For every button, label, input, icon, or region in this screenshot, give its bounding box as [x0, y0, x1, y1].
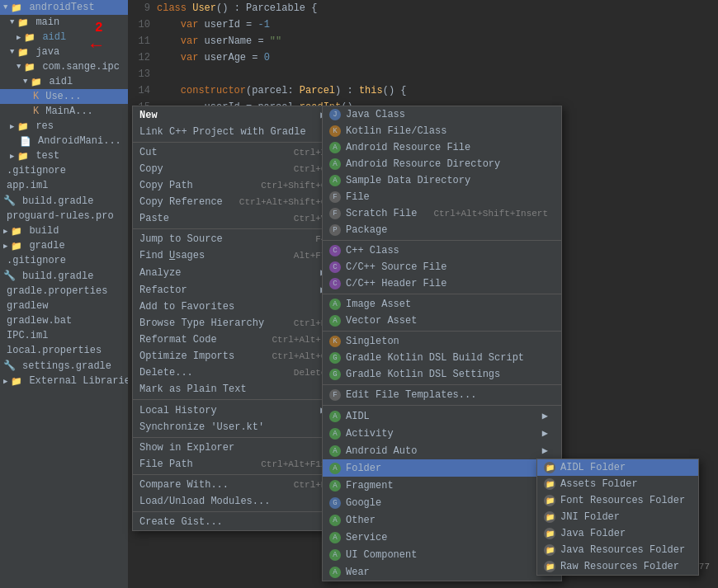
new-cpp-header[interactable]: C C/C++ Header File — [323, 275, 561, 292]
sidebar-item-androidtest[interactable]: ▼ 📁 androidTest — [0, 0, 128, 15]
new-android-auto-label: Android Auto — [346, 445, 534, 457]
new-other[interactable]: A Other ▶ — [323, 511, 561, 529]
ctx-file-path[interactable]: File Path Ctrl+Alt+F12 — [133, 456, 339, 473]
folder-assets[interactable]: 📁 Assets Folder — [537, 476, 698, 492]
new-image-asset[interactable]: A Image Asset — [323, 296, 561, 313]
gradle-icon: 🔧 — [3, 195, 16, 207]
new-google[interactable]: G Google ▶ — [323, 494, 561, 511]
java-icon: J — [329, 109, 341, 120]
new-scratch-file[interactable]: F Scratch File Ctrl+Alt+Shift+Insert — [323, 205, 561, 222]
sidebar-item-build-gradle-2[interactable]: 🔧 build.gradle — [0, 268, 128, 284]
sidebar-item-gradle-dir[interactable]: ▶ 📁 gradle — [0, 238, 128, 253]
ctx-link-cpp[interactable]: Link C++ Project with Gradle — [133, 124, 339, 140]
sidebar-item-com-sange[interactable]: ▼ 📁 com.sange.ipc — [0, 59, 128, 74]
folder-icon: 📁 — [544, 462, 555, 473]
sidebar-item-test[interactable]: ▶ 📁 test — [0, 148, 128, 163]
sidebar-item-build-gradle-1[interactable]: 🔧 build.gradle — [0, 193, 128, 209]
new-kotlin-file-label: Kotlin File/Class — [346, 125, 548, 137]
sidebar-item-aidl-1[interactable]: ▶ 📁 aidl — [0, 30, 128, 45]
sidebar-item-gradlew[interactable]: gradlew — [0, 299, 128, 313]
new-service[interactable]: A Service ▶ — [323, 529, 561, 546]
sidebar-item-local-props[interactable]: local.properties — [0, 343, 128, 358]
sidebar-item-res[interactable]: ▶ 📁 res — [0, 119, 128, 134]
new-android-resource-dir[interactable]: A Android Resource Directory — [323, 156, 561, 172]
sidebar-item-androidmanifest[interactable]: 📄 AndroidMani... — [0, 134, 128, 148]
sidebar-item-label: gradle — [29, 240, 64, 252]
folder-jni[interactable]: 📁 JNI Folder — [537, 509, 698, 525]
new-wear[interactable]: A Wear ▶ — [323, 563, 561, 581]
ctx-analyze[interactable]: Analyze ▶ — [133, 264, 339, 281]
folder-java[interactable]: 📁 Java Folder — [537, 525, 698, 542]
sidebar-item-app-iml[interactable]: app.iml — [0, 178, 128, 193]
ctx-refactor[interactable]: Refactor ▶ — [133, 281, 339, 299]
sidebar-item-gradlew-bat[interactable]: gradlew.bat — [0, 313, 128, 328]
sidebar-item-proguard[interactable]: proguard-rules.pro — [0, 209, 128, 223]
ctx-create-gist[interactable]: Create Gist... — [133, 514, 339, 530]
ctx-compare[interactable]: Compare With... Ctrl+D — [133, 477, 339, 493]
ctx-copy-ref[interactable]: Copy Reference Ctrl+Alt+Shift+C — [133, 194, 339, 210]
sidebar-item-aidl-2[interactable]: ▼ 📁 aidl — [0, 74, 128, 89]
new-folder[interactable]: A Folder ▶ — [323, 459, 561, 477]
sidebar-item-ipc-iml[interactable]: IPC.iml — [0, 328, 128, 343]
sidebar-item-gitignore-1[interactable]: .gitignore — [0, 163, 128, 178]
new-cpp-source[interactable]: C C/C++ Source File — [323, 259, 561, 275]
android-icon: A — [329, 158, 341, 170]
new-edit-file-templates[interactable]: F Edit File Templates... — [323, 387, 561, 403]
folder-java-resources[interactable]: 📁 Java Resources Folder — [537, 542, 698, 558]
sidebar-item-external-libs[interactable]: ▶ 📁 External Libraries — [0, 374, 128, 388]
folder-raw-resources[interactable]: 📁 Raw Resources Folder — [537, 558, 698, 575]
ctx-jump-source[interactable]: Jump to Source F4 — [133, 231, 339, 247]
new-activity[interactable]: A Activity ▶ — [323, 425, 561, 442]
new-kotlin-file[interactable]: K Kotlin File/Class — [323, 123, 561, 139]
new-java-class[interactable]: J Java Class — [323, 106, 561, 123]
kotlin-icon: K — [329, 336, 341, 347]
sidebar-item-main-activity[interactable]: K MainA... — [0, 104, 128, 119]
sidebar-item-label: aidl — [42, 31, 66, 43]
new-android-auto[interactable]: A Android Auto ▶ — [323, 442, 561, 459]
ctx-paste[interactable]: Paste Ctrl+V — [133, 210, 339, 227]
ctx-load-unload[interactable]: Load/Unload Modules... — [133, 493, 339, 510]
new-gradle-kotlin-dsl-settings[interactable]: G Gradle Kotlin DSL Settings — [323, 366, 561, 383]
ctx-show-explorer[interactable]: Show in Explorer — [133, 440, 339, 456]
ctx-reformat[interactable]: Reformat Code Ctrl+Alt+L — [133, 332, 339, 348]
sidebar-item-user-kt[interactable]: K Use... — [0, 89, 128, 104]
ctx-add-favorites[interactable]: Add to Favorites — [133, 299, 339, 315]
ctx-copy-path[interactable]: Copy Path Ctrl+Shift+C — [133, 177, 339, 194]
new-ui-component[interactable]: A UI Component ▶ — [323, 546, 561, 563]
sidebar-item-settings-gradle[interactable]: 🔧 settings.gradle — [0, 358, 128, 374]
ctx-delete[interactable]: Delete... Delete — [133, 365, 339, 381]
new-file[interactable]: F File — [323, 189, 561, 205]
new-cpp-class[interactable]: C C++ Class — [323, 242, 561, 259]
sidebar-item-label: Use... — [45, 91, 81, 102]
new-sample-data-dir[interactable]: A Sample Data Directory — [323, 172, 561, 189]
sidebar-item-gitignore-2[interactable]: .gitignore — [0, 253, 128, 268]
ctx-browse-hierarchy[interactable]: Browse Type Hierarchy Ctrl+H — [133, 315, 339, 332]
sidebar-item-java[interactable]: ▼ 📁 java — [0, 45, 128, 59]
new-singleton[interactable]: K Singleton — [323, 333, 561, 350]
folder-aidl[interactable]: 📁 AIDL Folder — [537, 459, 698, 476]
new-android-resource-file[interactable]: A Android Resource File — [323, 139, 561, 156]
folder-icon: 📁 — [11, 2, 22, 13]
ctx-optimize[interactable]: Optimize Imports Ctrl+Alt+O — [133, 348, 339, 365]
ctx-show-explorer-label: Show in Explorer — [139, 442, 326, 454]
separator — [323, 384, 561, 385]
ctx-synchronize[interactable]: Synchronize 'User.kt' — [133, 419, 339, 435]
kt-file-icon: K — [33, 91, 39, 102]
folder-font-resources[interactable]: 📁 Font Resources Folder — [537, 492, 698, 509]
new-fragment[interactable]: A Fragment ▶ — [323, 477, 561, 494]
android-icon: A — [329, 428, 341, 440]
sidebar-item-gradle-props[interactable]: gradle.properties — [0, 284, 128, 299]
ctx-local-history[interactable]: Local History ▶ — [133, 402, 339, 419]
new-vector-asset[interactable]: A Vector Asset — [323, 313, 561, 329]
ctx-mark-plain[interactable]: Mark as Plain Text — [133, 381, 339, 397]
sidebar-item-main[interactable]: ▼ 📁 main — [0, 15, 128, 30]
ctx-cut[interactable]: Cut Ctrl+X — [133, 144, 339, 161]
new-gradle-kotlin-dsl-build[interactable]: G Gradle Kotlin DSL Build Script — [323, 350, 561, 366]
ctx-new[interactable]: New ▶ — [133, 106, 339, 124]
ctx-find-usages[interactable]: Find Usages Alt+F7 — [133, 247, 339, 264]
submenu-arrow: ▶ — [542, 410, 548, 422]
new-aidl[interactable]: A AIDL ▶ — [323, 407, 561, 425]
sidebar-item-build[interactable]: ▶ 📁 build — [0, 223, 128, 238]
ctx-copy[interactable]: Copy Ctrl+C — [133, 161, 339, 177]
new-package[interactable]: P Package — [323, 222, 561, 238]
